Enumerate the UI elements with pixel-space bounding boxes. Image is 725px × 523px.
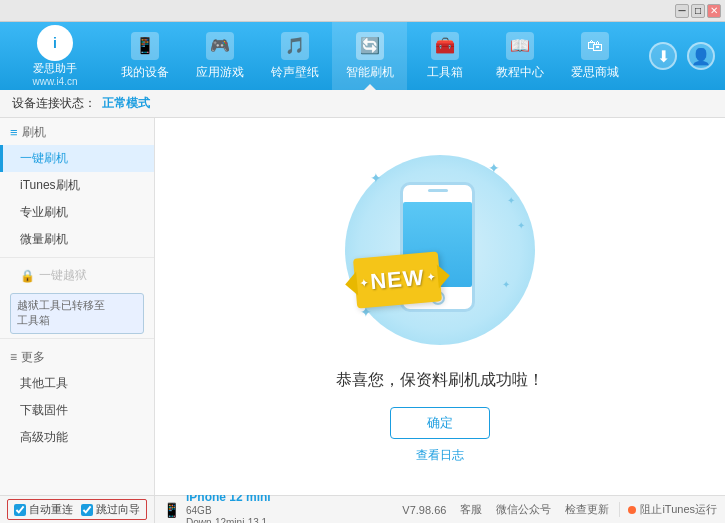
sparkle-1: ✦: [370, 170, 382, 186]
maximize-button[interactable]: □: [691, 4, 705, 18]
nav-toolbox[interactable]: 🧰 工具箱: [407, 22, 482, 90]
customer-service-link[interactable]: 客服: [460, 502, 482, 517]
ringtones-icon: 🎵: [281, 32, 309, 60]
pro-flash-label: 专业刷机: [20, 205, 68, 219]
other-tools-label: 其他工具: [20, 376, 68, 390]
one-click-flash-label: 一键刷机: [20, 151, 68, 165]
title-bar: ─ □ ✕: [0, 0, 725, 22]
itunes-status-label: 阻止iTunes运行: [640, 502, 717, 517]
sidebar-item-jailbreak: 🔒 一键越狱: [0, 262, 154, 289]
download-firmware-label: 下载固件: [20, 403, 68, 417]
toolbox-icon: 🧰: [431, 32, 459, 60]
wechat-public-link[interactable]: 微信公众号: [496, 502, 551, 517]
bottom-left-section: 自动重连 跳过向导: [0, 496, 155, 523]
auto-restart-checkbox[interactable]: [14, 504, 26, 516]
nav-ringtones-label: 铃声壁纸: [271, 64, 319, 81]
nav-my-device[interactable]: 📱 我的设备: [107, 22, 182, 90]
new-text: ✦ NEW ✦: [358, 263, 436, 296]
nav-my-device-label: 我的设备: [121, 64, 169, 81]
success-message: 恭喜您，保资料刷机成功啦！: [336, 370, 544, 391]
app-url: www.i4.cn: [32, 76, 77, 87]
minimize-button[interactable]: ─: [675, 4, 689, 18]
smart-flash-icon: 🔄: [356, 32, 384, 60]
sidebar-item-other-tools[interactable]: 其他工具: [0, 370, 154, 397]
my-device-icon: 📱: [131, 32, 159, 60]
sparkle-2: ✦: [488, 160, 500, 176]
nav-store-label: 爱思商城: [571, 64, 619, 81]
flash-section-label: 刷机: [22, 124, 46, 141]
phone-illustration: ✦ ✦ ✦ ✦ NEW ✦ ✦ ✦ ✦: [340, 150, 540, 350]
new-star-left: ✦: [359, 277, 369, 289]
via-wizard-checkbox-label[interactable]: 跳过向导: [81, 502, 140, 517]
sidebar-item-itunes-flash[interactable]: iTunes刷机: [0, 172, 154, 199]
more-section-label: 更多: [21, 349, 45, 366]
sidebar-note: 越狱工具已转移至工具箱: [10, 293, 144, 334]
tutorial-icon: 📖: [506, 32, 534, 60]
close-button[interactable]: ✕: [707, 4, 721, 18]
window-controls: ─ □ ✕: [675, 4, 721, 18]
sidebar-section-more: ≡ 更多: [0, 343, 154, 370]
device-phone-icon: 📱: [163, 502, 180, 518]
nav-ringtones[interactable]: 🎵 铃声壁纸: [257, 22, 332, 90]
sidebar-item-one-click-flash[interactable]: 一键刷机: [0, 145, 154, 172]
micro-flash-label: 微量刷机: [20, 232, 68, 246]
bottom-right-section: V7.98.66 客服 微信公众号 检查更新: [392, 502, 619, 517]
sidebar: ≡ 刷机 一键刷机 iTunes刷机 专业刷机 微量刷机 🔒 一键越狱 越狱工具…: [0, 118, 155, 495]
nav-toolbox-label: 工具箱: [427, 64, 463, 81]
new-star-right: ✦: [426, 271, 436, 283]
nav-apps-games[interactable]: 🎮 应用游戏: [182, 22, 257, 90]
reflash-link[interactable]: 查看日志: [416, 447, 464, 464]
status-label: 设备连接状态：: [12, 95, 96, 112]
nav-tutorial[interactable]: 📖 教程中心: [482, 22, 557, 90]
lock-icon: 🔒: [20, 269, 35, 283]
sidebar-item-download-firmware[interactable]: 下载固件: [0, 397, 154, 424]
nav-smart-flash-label: 智能刷机: [346, 64, 394, 81]
version-info: V7.98.66: [402, 504, 446, 516]
bottom-bar: 自动重连 跳过向导 📱 iPhone 12 mini 64GB Down-12m…: [0, 495, 725, 523]
logo-icon: i: [37, 25, 73, 61]
apps-games-icon: 🎮: [206, 32, 234, 60]
header: i 爱思助手 www.i4.cn 📱 我的设备 🎮 应用游戏 🎵 铃声壁纸 🔄 …: [0, 22, 725, 90]
confirm-button[interactable]: 确定: [390, 407, 490, 439]
sidebar-section-flash: ≡ 刷机: [0, 118, 154, 145]
via-wizard-label: 跳过向导: [96, 502, 140, 517]
user-button[interactable]: 👤: [687, 42, 715, 70]
download-button[interactable]: ⬇: [649, 42, 677, 70]
nav-apps-games-label: 应用游戏: [196, 64, 244, 81]
content-area: ✦ ✦ ✦ ✦ NEW ✦ ✦ ✦ ✦ 恭喜您，保资料刷: [155, 118, 725, 495]
new-label: NEW: [369, 264, 425, 295]
sidebar-item-advanced[interactable]: 高级功能: [0, 424, 154, 451]
sidebar-divider-2: [0, 338, 154, 339]
sidebar-item-micro-flash[interactable]: 微量刷机: [0, 226, 154, 253]
new-ribbon: ✦ NEW ✦: [353, 251, 442, 308]
jailbreak-label: 一键越狱: [39, 267, 87, 284]
nav-store[interactable]: 🛍 爱思商城: [557, 22, 632, 90]
logo-area: i 爱思助手 www.i4.cn: [10, 25, 100, 87]
device-model: Down-12mini-13,1: [186, 517, 271, 523]
auto-restart-checkbox-label[interactable]: 自动重连: [14, 502, 73, 517]
nav-tutorial-label: 教程中心: [496, 64, 544, 81]
auto-restart-label: 自动重连: [29, 502, 73, 517]
star-decoration-1: ✦: [507, 195, 515, 206]
device-capacity: 64GB: [186, 505, 271, 517]
nav-items: 📱 我的设备 🎮 应用游戏 🎵 铃声壁纸 🔄 智能刷机 🧰 工具箱 📖 教程中心…: [100, 22, 639, 90]
flash-section-icon: ≡: [10, 125, 18, 140]
itunes-dot: [628, 506, 636, 514]
star-decoration-3: ✦: [502, 279, 510, 290]
nav-smart-flash[interactable]: 🔄 智能刷机: [332, 22, 407, 90]
sidebar-note-text: 越狱工具已转移至工具箱: [17, 299, 105, 326]
check-update-link[interactable]: 检查更新: [565, 502, 609, 517]
checkbox-group: 自动重连 跳过向导: [7, 499, 147, 520]
star-decoration-2: ✦: [517, 220, 525, 231]
status-value: 正常模式: [102, 95, 150, 112]
sidebar-divider-1: [0, 257, 154, 258]
via-wizard-checkbox[interactable]: [81, 504, 93, 516]
more-section-icon: ≡: [10, 350, 17, 364]
itunes-flash-label: iTunes刷机: [20, 178, 80, 192]
status-bar: 设备连接状态： 正常模式: [0, 90, 725, 118]
main-layout: ≡ 刷机 一键刷机 iTunes刷机 专业刷机 微量刷机 🔒 一键越狱 越狱工具…: [0, 118, 725, 495]
advanced-label: 高级功能: [20, 430, 68, 444]
sidebar-item-pro-flash[interactable]: 专业刷机: [0, 199, 154, 226]
itunes-status: 阻止iTunes运行: [619, 502, 725, 517]
store-icon: 🛍: [581, 32, 609, 60]
